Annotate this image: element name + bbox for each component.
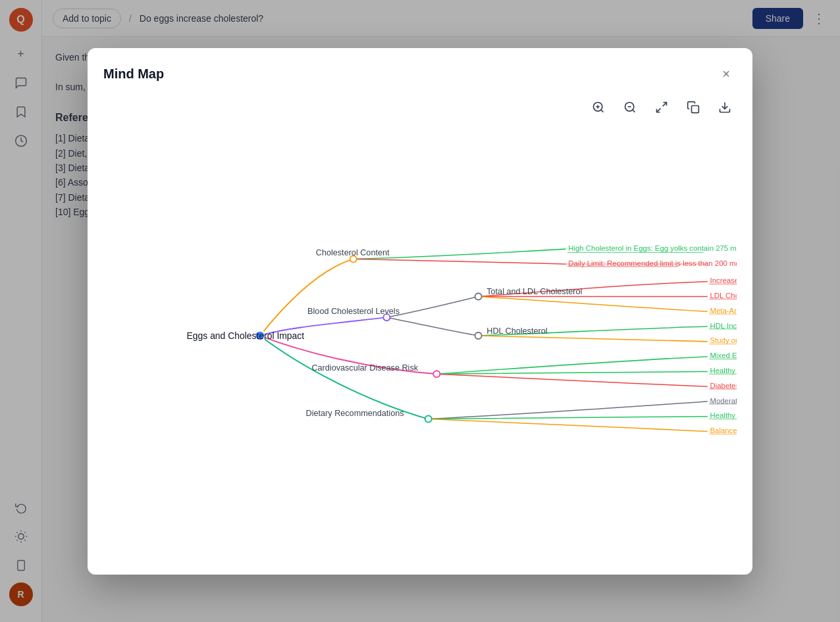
svg-line-20 xyxy=(657,108,661,112)
svg-point-35 xyxy=(475,332,482,338)
svg-text:Blood Cholesterol Levels: Blood Cholesterol Levels xyxy=(307,307,400,316)
svg-text:HDL Cholesterol: HDL Cholesterol xyxy=(486,326,547,336)
svg-point-29 xyxy=(433,371,440,377)
modal-title: Mind Map xyxy=(103,66,164,82)
svg-text:Healthy Individuals: Moderate : Healthy Individuals: Moderate consumptio… xyxy=(710,366,737,374)
mindmap-svg: Eggs and Cholesterol Impact Cholesterol … xyxy=(103,124,737,572)
svg-text:Meta-Analysis Findings: 100 mg: Meta-Analysis Findings: 100 mg dietary c… xyxy=(710,306,737,314)
mindmap-modal: Mind Map × xyxy=(88,48,752,575)
svg-text:Cholesterol Content: Cholesterol Content xyxy=(316,248,390,257)
copy-button[interactable] xyxy=(681,95,705,119)
svg-text:Total and LDL Cholesterol: Total and LDL Cholesterol xyxy=(486,286,582,296)
svg-rect-21 xyxy=(692,105,699,113)
svg-text:Healthy Individuals: Up to one: Healthy Individuals: Up to one egg daily… xyxy=(710,411,737,419)
fit-screen-button[interactable] xyxy=(650,95,673,119)
svg-text:LDL Cholesterol Impact: Higher: LDL Cholesterol Impact: Higher intake li… xyxy=(710,292,737,299)
svg-text:Diabetes Risk: Higher egg cons: Diabetes Risk: Higher egg consumption li… xyxy=(710,381,737,389)
svg-line-13 xyxy=(601,109,604,112)
svg-text:HDL Increase: Eggs can raise H: HDL Increase: Eggs can raise HDL cholest… xyxy=(710,321,737,329)
svg-text:Dietary Recommendations: Dietary Recommendations xyxy=(306,408,404,417)
svg-text:High Cholesterol in Eggs: Egg : High Cholesterol in Eggs: Egg yolks cont… xyxy=(568,244,737,251)
modal-toolbar xyxy=(103,95,737,119)
svg-line-17 xyxy=(633,109,635,112)
svg-text:Cardiovascular Disease Risk: Cardiovascular Disease Risk xyxy=(311,363,418,373)
svg-text:Eggs and Cholesterol Impact: Eggs and Cholesterol Impact xyxy=(187,330,305,341)
modal-close-button[interactable]: × xyxy=(716,64,737,85)
svg-text:Mixed Evidence: Debate on egg : Mixed Evidence: Debate on egg consumptio… xyxy=(710,351,737,359)
svg-point-31 xyxy=(425,415,432,422)
mindmap-container: Eggs and Cholesterol Impact Cholesterol … xyxy=(103,124,737,572)
svg-text:Daily Limit: Recommended limit: Daily Limit: Recommended limit is less t… xyxy=(568,259,737,267)
zoom-in-button[interactable] xyxy=(587,95,610,119)
svg-text:Increase in Total Cholesterol:: Increase in Total Cholesterol: Dietary c… xyxy=(710,276,737,284)
zoom-out-button[interactable] xyxy=(618,95,642,119)
download-button[interactable] xyxy=(713,95,737,119)
modal-header: Mind Map × xyxy=(103,64,737,85)
modal-overlay: Mind Map × xyxy=(0,0,840,622)
svg-text:Balanced Diet: Key to managing: Balanced Diet: Key to managing cholester… xyxy=(710,427,737,434)
svg-text:Study on Overweight Men: Three: Study on Overweight Men: Three eggs dail… xyxy=(710,336,737,344)
svg-point-33 xyxy=(475,293,482,299)
svg-line-19 xyxy=(663,102,667,106)
svg-text:Moderation Advised: Limit diet: Moderation Advised: Limit dietary choles… xyxy=(710,396,737,404)
